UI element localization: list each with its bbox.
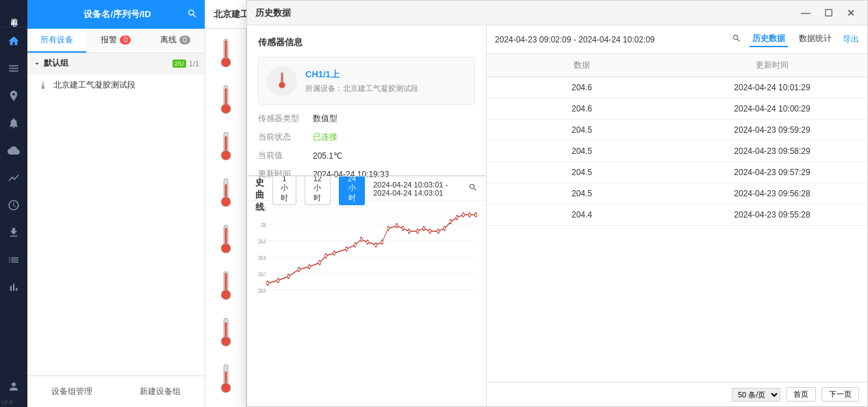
table-search-button[interactable] <box>732 34 741 45</box>
thermo-list-item[interactable] <box>212 127 240 168</box>
device-group-manage-btn[interactable]: 设备组管理 <box>27 382 116 402</box>
sensor-value-value: 205.1℃ <box>313 151 342 161</box>
thermo-list-item[interactable] <box>212 220 240 261</box>
tab-offline[interactable]: 离线 0 <box>146 29 205 53</box>
thermo-list-item[interactable] <box>212 34 240 75</box>
thermo-list-item[interactable] <box>212 81 240 122</box>
thermo-list-item[interactable] <box>212 267 240 308</box>
table-row: 204.5 2024-04-23 09:57:29 <box>487 162 867 183</box>
svg-point-49 <box>360 237 362 241</box>
cell-time: 2024-04-23 09:56:28 <box>677 189 867 198</box>
thermo-list-item[interactable] <box>212 360 240 401</box>
table-row: 204.6 2024-04-24 10:00:29 <box>487 99 867 120</box>
chevron-down-icon <box>33 60 41 68</box>
svg-point-42 <box>298 267 300 272</box>
thermo-list-item[interactable] <box>212 174 240 215</box>
page-size-select[interactable]: 50 条/页 <box>732 388 780 402</box>
version-label: v2.0 <box>1 399 13 406</box>
table-footer: 50 条/页 首页 下一页 <box>487 382 867 406</box>
svg-point-43 <box>308 265 310 269</box>
chart-search-button[interactable] <box>468 183 478 194</box>
svg-rect-22 <box>225 371 227 384</box>
svg-rect-4 <box>225 88 227 105</box>
svg-point-20 <box>221 337 231 346</box>
nav-search-button[interactable] <box>187 8 198 21</box>
sidebar-item-list[interactable] <box>0 246 27 274</box>
svg-point-63 <box>456 215 458 220</box>
sidebar-item-clock[interactable] <box>0 192 27 219</box>
svg-point-8 <box>221 150 231 160</box>
nav-search-label: 设备名/序列号/ID <box>48 8 187 21</box>
tab-history-data[interactable]: 历史数据 <box>750 31 788 47</box>
maximize-button[interactable]: ☐ <box>820 6 837 20</box>
sensor-card-info: CH1/1上 所属设备：北京建工气凝胶测试段 <box>305 68 418 94</box>
minimize-button[interactable]: — <box>797 6 815 20</box>
history-body: 传感器信息 CH1/1上 所属设备：北京建工气凝胶测试段 <box>247 25 867 406</box>
group-name: 默认组 <box>44 57 170 69</box>
tab-data-stats[interactable]: 数据统计 <box>796 31 834 47</box>
sidebar-item-cloud[interactable] <box>0 137 27 164</box>
sensor-type-label: 传感器类型 <box>258 113 299 124</box>
table-row: 204.4 2024-04-23 09:55:28 <box>487 205 867 226</box>
device-group[interactable]: 默认组 2/U 1/1 <box>27 53 205 74</box>
main-nav: 设备名/序列号/ID 所有设备 报警 0 离线 0 默认组 2/U 1/1 🌡 … <box>27 0 205 407</box>
svg-point-60 <box>437 229 439 233</box>
group-tag: 2/U <box>173 60 186 68</box>
device-item[interactable]: 🌡 北京建工气凝胶测试段 <box>27 74 205 96</box>
svg-point-45 <box>325 254 327 258</box>
svg-point-66 <box>475 213 477 217</box>
next-page-button[interactable]: 下一页 <box>821 387 859 402</box>
sidebar-item-menu[interactable] <box>0 55 27 82</box>
cell-time: 2024-04-23 09:57:29 <box>677 168 867 177</box>
svg-rect-16 <box>225 273 227 291</box>
tab-all-devices[interactable]: 所有设备 <box>27 29 86 53</box>
new-device-group-btn[interactable]: 新建设备组 <box>116 382 205 402</box>
sidebar-item-activity[interactable] <box>0 164 27 192</box>
col-time: 更新时间 <box>677 60 867 71</box>
sidebar: 监控中心 v2.0 <box>0 0 27 407</box>
sidebar-item-bell[interactable] <box>0 109 27 137</box>
export-button[interactable]: 导出 <box>843 34 859 45</box>
cell-time: 2024-04-23 09:58:29 <box>677 146 867 156</box>
sensor-thermo-icon <box>267 66 297 96</box>
svg-point-56 <box>408 229 410 233</box>
sidebar-item-location[interactable] <box>0 82 27 109</box>
svg-point-59 <box>429 229 431 233</box>
data-section: 2024-04-23 09:02:09 - 2024-04-24 10:02:0… <box>487 25 867 406</box>
table-body: 204.6 2024-04-24 10:01:29 204.6 2024-04-… <box>487 77 867 382</box>
svg-rect-7 <box>225 136 227 151</box>
sidebar-item-home[interactable] <box>0 27 27 55</box>
svg-point-17 <box>221 290 231 300</box>
svg-rect-10 <box>225 184 227 198</box>
sidebar-item-download[interactable] <box>0 219 27 246</box>
chart-canvas: 205.1 205 204.9 204.8 204.7 204.6 <box>247 201 486 313</box>
svg-point-46 <box>333 251 335 255</box>
thermo-list-item[interactable] <box>212 313 240 354</box>
nav-header: 设备名/序列号/ID <box>27 0 205 29</box>
device-name: 北京建工气凝胶测试段 <box>53 79 136 91</box>
svg-point-14 <box>221 244 231 253</box>
table-row: 204.5 2024-04-23 09:58:29 <box>487 141 867 162</box>
sensor-status-label: 当前状态 <box>258 131 299 143</box>
sensor-section: 传感器信息 CH1/1上 所属设备：北京建工气凝胶测试段 <box>247 25 487 406</box>
close-button[interactable]: ✕ <box>843 6 859 20</box>
first-page-button[interactable]: 首页 <box>786 387 816 402</box>
group-count: 1/1 <box>189 60 199 68</box>
chart-date-range: 2024-04-24 10:03:01 - 2024-04-24 14:03:0… <box>373 181 460 197</box>
svg-point-50 <box>366 240 368 244</box>
sensor-value-label: 当前值 <box>258 150 299 161</box>
svg-rect-25 <box>281 73 283 83</box>
app-logo: 监控中心 <box>0 0 27 27</box>
cell-data: 204.5 <box>487 146 677 156</box>
svg-point-61 <box>444 226 446 231</box>
tab-alarms[interactable]: 报警 0 <box>86 29 145 53</box>
svg-point-64 <box>462 213 464 217</box>
cell-time: 2024-04-23 09:59:29 <box>677 125 867 135</box>
svg-rect-13 <box>225 228 227 244</box>
svg-text:205.1: 205.1 <box>258 205 266 212</box>
sensor-prop-type: 传感器类型 数值型 <box>258 113 475 124</box>
sidebar-item-user[interactable] <box>0 373 27 400</box>
sidebar-item-chart[interactable] <box>0 274 27 301</box>
svg-point-55 <box>402 226 404 231</box>
table-row: 204.5 2024-04-23 09:59:29 <box>487 120 867 141</box>
